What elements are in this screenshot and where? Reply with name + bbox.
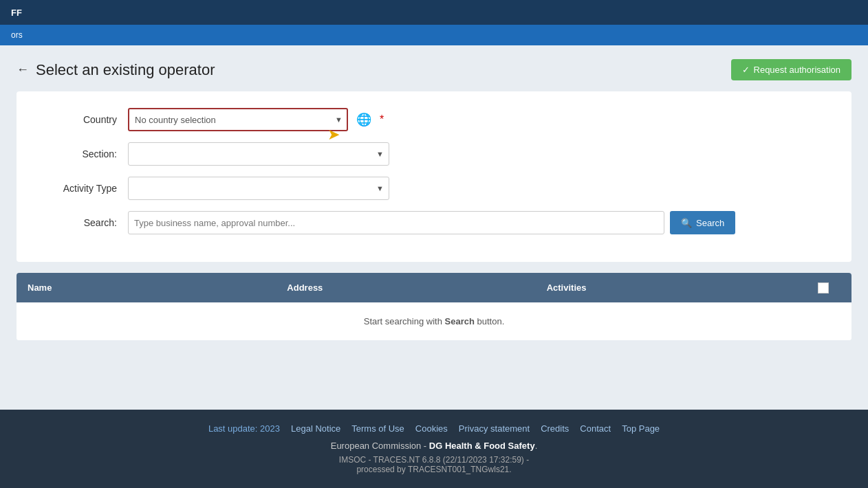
footer-ec-info: European Commission - DG Health & Food S… [11, 441, 857, 451]
search-form-card: Country No country selection ▼ 🌐 * ➤ Sec… [17, 91, 851, 262]
empty-message-suffix: button. [475, 316, 504, 326]
footer: Last update: 2023 Legal Notice Terms of … [0, 410, 868, 488]
footer-version-line2: processed by TRACESNT001_TNGwls21. [11, 465, 857, 474]
table-header: Name Address Activities [17, 273, 851, 302]
table-header-address: Address [287, 280, 546, 296]
page-title: Select an existing operator [36, 61, 215, 79]
search-row: Search: 🔍 Search [39, 211, 829, 234]
activity-type-select[interactable] [128, 177, 389, 200]
search-input[interactable] [128, 211, 664, 234]
top-bar-app: FF [0, 0, 868, 25]
results-table: Name Address Activities Start searching … [17, 273, 851, 340]
country-select-wrapper: No country selection ▼ [128, 108, 348, 131]
back-button[interactable]: ← [17, 63, 29, 77]
breadcrumb: ors [11, 30, 23, 40]
request-label: Request authorisation [754, 65, 840, 75]
activity-type-label: Activity Type [39, 183, 128, 194]
footer-ec-suffix: . [535, 441, 538, 451]
activity-type-select-wrapper: ▼ [128, 177, 389, 200]
table-header-name: Name [28, 280, 287, 296]
app-name: FF [11, 8, 22, 18]
table-header-checkbox-cell [806, 280, 840, 296]
section-row: Section: ▼ [39, 142, 829, 166]
request-authorisation-button[interactable]: ✓ Request authorisation [731, 59, 851, 80]
footer-link-terms-of-use[interactable]: Terms of Use [351, 423, 404, 434]
footer-version: IMSOC - TRACES.NT 6.8.8 (22/11/2023 17:3… [11, 455, 857, 474]
footer-link-contact[interactable]: Contact [580, 423, 611, 434]
select-all-checkbox[interactable] [818, 282, 829, 293]
country-row: Country No country selection ▼ 🌐 * ➤ [39, 108, 829, 131]
section-select[interactable] [128, 142, 389, 166]
search-label: Search: [39, 217, 128, 228]
footer-link-legal-notice[interactable]: Legal Notice [291, 423, 340, 434]
required-star: * [380, 113, 384, 126]
page-header: ← Select an existing operator ✓ Request … [17, 59, 851, 80]
globe-icon: 🌐 [356, 112, 371, 127]
footer-ec-prefix: European Commission - [331, 441, 429, 451]
search-button[interactable]: 🔍 Search [670, 211, 735, 234]
activity-type-row: Activity Type ▼ [39, 177, 829, 200]
footer-link-top-page[interactable]: Top Page [622, 423, 660, 434]
request-icon: ✓ [742, 65, 750, 75]
main-content: ← Select an existing operator ✓ Request … [0, 45, 868, 410]
footer-link-credits[interactable]: Credits [541, 423, 569, 434]
footer-link-privacy-statement[interactable]: Privacy statement [459, 423, 530, 434]
footer-version-line1: IMSOC - TRACES.NT 6.8.8 (22/11/2023 17:3… [11, 455, 857, 465]
section-select-wrapper: ▼ [128, 142, 389, 166]
top-bar-breadcrumb: ors [0, 25, 868, 45]
title-row: ← Select an existing operator [17, 61, 215, 79]
country-select[interactable]: No country selection [128, 108, 348, 131]
search-icon: 🔍 [681, 218, 692, 228]
empty-message-prefix: Start searching with [364, 316, 445, 326]
table-empty-message: Start searching with Search button. [17, 302, 851, 340]
footer-links: Last update: 2023 Legal Notice Terms of … [11, 423, 857, 434]
table-header-activities: Activities [547, 280, 806, 296]
section-label: Section: [39, 148, 128, 159]
footer-last-update: Last update: 2023 [208, 423, 280, 434]
empty-message-bold: Search [445, 316, 475, 326]
country-wrapper: No country selection ▼ 🌐 * ➤ [128, 108, 384, 131]
country-label: Country [39, 114, 128, 125]
search-button-label: Search [696, 218, 724, 228]
footer-link-cookies[interactable]: Cookies [415, 423, 448, 434]
footer-ec-bold: DG Health & Food Safety [429, 441, 535, 451]
